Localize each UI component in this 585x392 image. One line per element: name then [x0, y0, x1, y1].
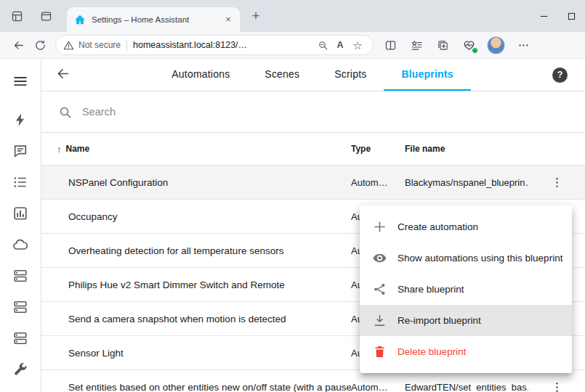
address-divider: [126, 39, 127, 51]
column-header-file[interactable]: File name: [405, 144, 528, 154]
table-header: ↑ Name Type File name: [41, 133, 585, 166]
row-name: Sensor Light: [41, 348, 351, 359]
sidebar-item-tools[interactable]: [6, 355, 35, 384]
server-icon: [12, 299, 28, 315]
sidebar-item-logbook[interactable]: [6, 168, 35, 197]
tab-close-icon[interactable]: ×: [222, 14, 234, 25]
server-icon: [12, 268, 28, 284]
eye-icon: [372, 250, 387, 266]
ha-tab-bar: Automations Scenes Scripts Blueprints: [73, 59, 552, 91]
menu-item-label: Re-import blueprint: [398, 315, 481, 326]
table-row[interactable]: Set entities based on other entities new…: [41, 370, 585, 392]
menu-item-create-automation[interactable]: Create automation: [360, 211, 572, 242]
minimize-button[interactable]: [530, 0, 557, 32]
search-icon: [58, 105, 72, 119]
sidebar-menu-button[interactable]: [6, 67, 35, 96]
row-type: Autom…: [351, 382, 405, 392]
server-icon: [12, 330, 28, 346]
browser-essentials-icon[interactable]: [458, 34, 480, 56]
home-assistant-favicon-icon: [74, 14, 86, 25]
menu-item-reimport-blueprint[interactable]: Re-import blueprint: [360, 305, 572, 336]
search-input[interactable]: [81, 105, 568, 118]
sidebar-item-server-2[interactable]: [6, 293, 35, 322]
sidebar-item-server-1[interactable]: [6, 261, 35, 290]
security-label: Not secure: [78, 40, 121, 50]
menu-item-label: Show automations using this blueprint: [398, 253, 562, 264]
menu-item-label: Create automation: [398, 221, 478, 232]
list-icon: [12, 174, 28, 190]
sidebar-item-history[interactable]: [6, 199, 35, 228]
new-tab-button[interactable]: +: [246, 6, 266, 26]
chat-icon: [12, 143, 28, 159]
collections-icon[interactable]: [432, 34, 453, 56]
cloud-icon: [12, 237, 28, 253]
tab-blueprints[interactable]: Blueprints: [384, 59, 470, 91]
sidebar-item-assist[interactable]: [6, 136, 35, 166]
tab-actions-icon[interactable]: [33, 4, 58, 28]
column-header-type[interactable]: Type: [351, 144, 405, 154]
url-text: homeassistant.local:8123/…: [133, 40, 313, 50]
workspaces-icon[interactable]: [4, 4, 29, 28]
ha-header: Automations Scenes Scripts Blueprints ?: [41, 59, 585, 91]
share-icon: [372, 282, 387, 297]
menu-item-label: Delete blueprint: [398, 346, 467, 357]
plus-icon: [372, 219, 387, 234]
wrench-icon: [12, 362, 28, 377]
chart-icon: [12, 205, 28, 221]
address-bar[interactable]: Not secure homeassistant.local:8123/… A …: [55, 35, 374, 55]
row-name: Overheating detection for all temperatur…: [41, 245, 351, 256]
row-name: Set entities based on other entities new…: [41, 382, 351, 392]
download-icon: [372, 313, 387, 328]
zoom-icon[interactable]: [315, 37, 331, 53]
sidebar-item-cloud[interactable]: [6, 230, 35, 259]
row-name: Philips Hue v2 Smart Dimmer Switch and R…: [41, 279, 351, 290]
table-row[interactable]: NSPanel Configuration Autom… Blackymas/n…: [41, 166, 585, 200]
help-icon[interactable]: ?: [552, 68, 568, 83]
tab-scripts[interactable]: Scripts: [317, 59, 384, 91]
row-name: NSPanel Configuration: [41, 177, 351, 188]
sort-asc-icon: ↑: [57, 144, 62, 155]
sidebar-item-server-3[interactable]: [6, 324, 35, 353]
browser-window: Settings – Home Assistant × + Not secure…: [0, 0, 585, 392]
ha-sidebar: [0, 59, 41, 392]
profile-avatar[interactable]: [487, 36, 505, 54]
read-aloud-icon[interactable]: A: [332, 37, 348, 53]
row-name: Occupancy: [41, 211, 351, 222]
refresh-icon[interactable]: [29, 34, 51, 56]
hamburger-icon: [12, 73, 28, 89]
toolbar-icon-group: [379, 34, 534, 56]
tab-title: Settings – Home Assistant: [92, 15, 218, 24]
back-icon[interactable]: [7, 34, 29, 56]
column-header-name[interactable]: ↑ Name: [41, 144, 351, 155]
browser-titlebar: Settings – Home Assistant × +: [0, 0, 585, 32]
ha-back-icon[interactable]: [55, 66, 73, 83]
split-screen-icon[interactable]: [379, 34, 401, 56]
sidebar-item-energy[interactable]: [6, 105, 35, 134]
status-badge: [472, 47, 478, 54]
menu-item-share-blueprint[interactable]: Share blueprint: [360, 274, 572, 305]
browser-menu-icon[interactable]: [512, 34, 534, 56]
row-file: EdwardTEN/set_entities_bas…: [405, 382, 528, 392]
favorite-star-icon[interactable]: ☆: [350, 37, 366, 53]
maximize-button[interactable]: [557, 0, 585, 32]
row-file: Blackymas/nspanel_blueprin…: [405, 177, 528, 188]
row-name: Send a camera snapshot when motion is de…: [41, 314, 351, 324]
menu-item-delete-blueprint[interactable]: Delete blueprint: [360, 336, 572, 367]
trash-icon: [372, 344, 387, 359]
row-overflow-menu-icon[interactable]: [544, 169, 570, 195]
blueprint-context-menu: Create automation Show automations using…: [360, 205, 572, 373]
browser-tab[interactable]: Settings – Home Assistant ×: [67, 7, 240, 32]
row-type: Autom…: [351, 177, 405, 188]
menu-item-label: Share blueprint: [398, 284, 464, 295]
column-name-label: Name: [66, 144, 90, 154]
favorites-hub-icon[interactable]: [406, 34, 427, 56]
row-overflow-menu-icon[interactable]: [544, 374, 570, 392]
search-bar[interactable]: [41, 91, 585, 133]
browser-navbar: Not secure homeassistant.local:8123/… A …: [0, 32, 585, 59]
tab-automations[interactable]: Automations: [154, 59, 247, 91]
tab-scenes[interactable]: Scenes: [247, 59, 317, 91]
not-secure-warning-icon[interactable]: [63, 40, 74, 51]
bolt-icon: [12, 112, 28, 128]
menu-item-show-automations[interactable]: Show automations using this blueprint: [360, 242, 572, 274]
